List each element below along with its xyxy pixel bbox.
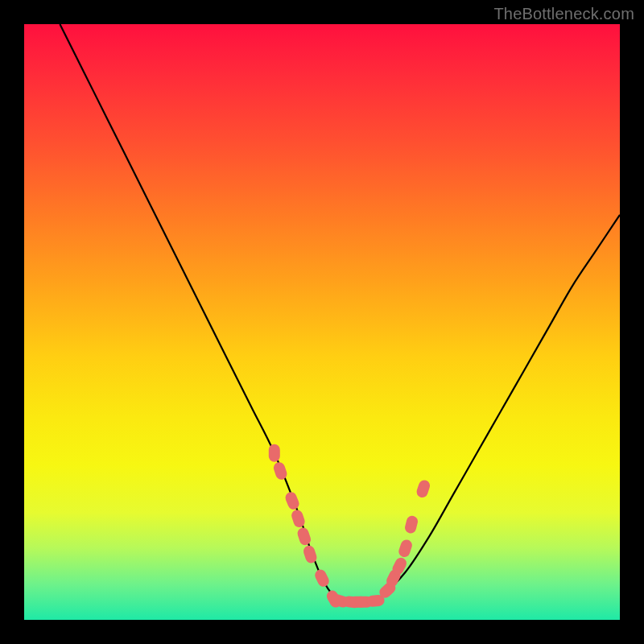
optimum-marker [269,444,280,462]
plot-area [24,24,620,620]
optimum-markers [269,444,431,609]
watermark-text: TheBottleneck.com [493,5,634,23]
optimum-marker [313,568,331,588]
curve-svg [24,24,620,620]
optimum-marker [290,509,306,529]
optimum-marker [415,479,431,499]
optimum-marker [296,526,312,547]
chart-stage: TheBottleneck.com [0,0,644,644]
optimum-marker [272,460,288,481]
bottleneck-curve [60,24,620,602]
optimum-marker [283,490,300,511]
optimum-marker [404,514,419,535]
optimum-marker [397,539,413,559]
